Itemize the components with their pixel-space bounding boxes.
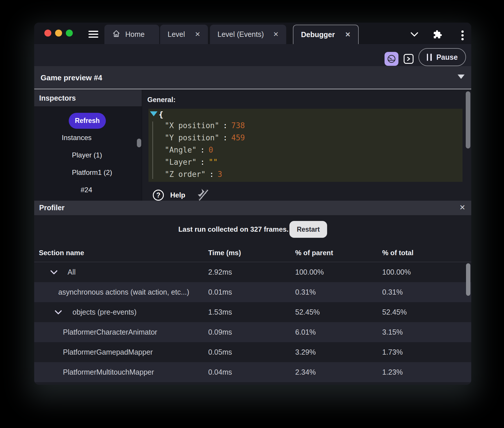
caret-down-icon[interactable] <box>458 75 465 79</box>
help-icon[interactable]: ? <box>153 190 164 201</box>
column-header-time: Time (ms) <box>208 249 295 257</box>
cell-percent-total: 1.23% <box>382 368 471 376</box>
sidebar-item-instance-24[interactable]: #24 <box>81 186 92 194</box>
cell-percent-total: 0.31% <box>382 288 471 296</box>
tab-label: Home <box>125 30 145 39</box>
restart-button[interactable]: Restart <box>289 221 327 238</box>
chevron-down-icon[interactable] <box>55 310 62 315</box>
close-icon[interactable]: ✕ <box>459 203 465 212</box>
table-row-objects-pre-events[interactable]: objects (pre-events) 1.53ms 52.45% 52.45… <box>34 302 471 322</box>
kebab-menu-icon[interactable] <box>458 30 467 41</box>
window-minimize-button[interactable] <box>55 30 62 37</box>
profiler-status-row: Last run collected on 327 frames. Restar… <box>34 215 471 244</box>
cell-time: 0.01ms <box>208 288 295 296</box>
game-preview-title: Game preview #4 <box>41 73 102 82</box>
cell-percent-parent: 2.34% <box>295 368 382 376</box>
cell-time: 0.04ms <box>208 368 295 376</box>
close-icon[interactable]: ✕ <box>195 31 200 38</box>
table-row-all[interactable]: All 2.92ms 100.00% 100.00% <box>34 262 471 282</box>
tab-home[interactable]: Home <box>104 25 159 44</box>
cell-time: 0.09ms <box>208 328 295 336</box>
cell-time: 1.53ms <box>208 308 295 316</box>
profiler-table-scrollbar[interactable] <box>466 263 470 296</box>
chevron-down-icon[interactable] <box>410 30 419 39</box>
pause-icon <box>427 54 432 61</box>
sidebar-scrollbar[interactable] <box>137 139 141 147</box>
indent-guide <box>152 121 153 179</box>
general-section-title: General: <box>147 96 175 104</box>
properties-json-view: { "X position":738 "Y position":459 "Ang… <box>148 109 463 182</box>
tab-debugger[interactable]: Debugger ✕ <box>293 25 359 44</box>
home-icon <box>112 29 121 40</box>
chevron-down-icon[interactable] <box>50 270 58 275</box>
json-line-angle: "Angle":0 <box>165 146 213 154</box>
profiler-status-text: Last run collected on 327 frames. <box>178 225 289 233</box>
cell-percent-parent: 0.31% <box>295 288 382 296</box>
table-row-platformer-gamepad-mapper[interactable]: PlatformerGamepadMapper 0.05ms 3.29% 1.7… <box>34 342 471 362</box>
close-icon[interactable]: ✕ <box>273 31 279 38</box>
cell-percent-total: 1.73% <box>382 348 471 356</box>
profiler-gauge-icon[interactable] <box>385 52 398 66</box>
json-line-x-position: "X position":738 <box>165 121 245 130</box>
column-header-percent-total: % of total <box>382 249 471 257</box>
cell-percent-parent: 3.29% <box>295 348 382 356</box>
detail-panel-scrollbar[interactable] <box>466 91 470 148</box>
json-open-brace: { <box>159 110 163 119</box>
table-row-platformer-multitouch-mapper[interactable]: PlatformerMultitouchMapper 0.04ms 2.34% … <box>34 362 471 382</box>
inspectors-header: Inspectors <box>34 90 142 107</box>
profiler-table-header: Section name Time (ms) % of parent % of … <box>34 244 471 262</box>
refresh-button[interactable]: Refresh <box>69 113 106 129</box>
cell-percent-parent: 52.45% <box>295 308 382 316</box>
profiler-header: Profiler ✕ <box>34 201 471 215</box>
cell-time: 2.92ms <box>208 268 295 276</box>
json-line-layer: "Layer":"" <box>165 158 218 166</box>
cell-percent-total: 52.45% <box>382 308 471 316</box>
close-icon[interactable]: ✕ <box>345 31 351 38</box>
inspector-area: Inspectors Refresh Instances Player (1) … <box>34 90 471 201</box>
window-maximize-button[interactable] <box>66 30 73 37</box>
game-preview-header[interactable]: Game preview #4 <box>34 66 471 89</box>
tab-bar: Home Level ✕ Level (Events) ✕ Debugger ✕ <box>34 23 471 44</box>
cell-time: 0.05ms <box>208 348 295 356</box>
sidebar-item-instances[interactable]: Instances <box>62 134 92 142</box>
tab-label: Debugger <box>301 30 335 39</box>
cell-percent-total: 3.15% <box>382 328 471 336</box>
window-close-button[interactable] <box>44 30 51 37</box>
cell-percent-total: 100.00% <box>382 268 471 276</box>
tab-label: Level <box>168 30 185 39</box>
table-row-async-actions[interactable]: asynchronous actions (wait action, etc..… <box>34 282 471 302</box>
help-label[interactable]: Help <box>170 191 185 199</box>
table-row-platformer-character-animator[interactable]: PlatformerCharacterAnimator 0.09ms 6.01%… <box>34 322 471 342</box>
app-window: Home Level ✕ Level (Events) ✕ Debugger ✕ <box>34 23 471 385</box>
json-line-z-order: "Z order":3 <box>165 170 222 179</box>
json-line-y-position: "Y position":459 <box>165 133 245 142</box>
pause-label: Pause <box>436 53 458 61</box>
tab-level-events[interactable]: Level (Events) ✕ <box>210 25 286 44</box>
tab-label: Level (Events) <box>217 30 264 39</box>
column-header-percent-parent: % of parent <box>295 249 382 257</box>
sidebar-item-player[interactable]: Player (1) <box>72 151 102 159</box>
sidebar-item-platform1[interactable]: Platform1 (2) <box>72 168 112 177</box>
inspectors-title: Inspectors <box>39 94 76 102</box>
extensions-puzzle-icon[interactable] <box>433 30 442 40</box>
desktop: { "tabbar": { "tabs": [ { "label": "Home… <box>0 0 504 428</box>
collapse-triangle-icon[interactable] <box>150 111 157 116</box>
profiler-title: Profiler <box>39 204 65 212</box>
tab-level[interactable]: Level ✕ <box>160 25 208 44</box>
hamburger-menu-icon[interactable] <box>88 31 98 38</box>
pause-button[interactable]: Pause <box>418 48 466 66</box>
debugger-toolbar: Pause <box>34 44 471 66</box>
column-header-section-name: Section name <box>34 249 208 257</box>
console-icon[interactable] <box>404 54 414 64</box>
cell-percent-parent: 100.00% <box>295 268 382 276</box>
inspectors-sidebar: Inspectors Refresh Instances Player (1) … <box>34 90 142 201</box>
profiler-panel: Last run collected on 327 frames. Restar… <box>34 215 471 385</box>
inspector-detail-panel: General: { "X position":738 "Y position"… <box>142 90 471 201</box>
cell-percent-parent: 6.01% <box>295 328 382 336</box>
